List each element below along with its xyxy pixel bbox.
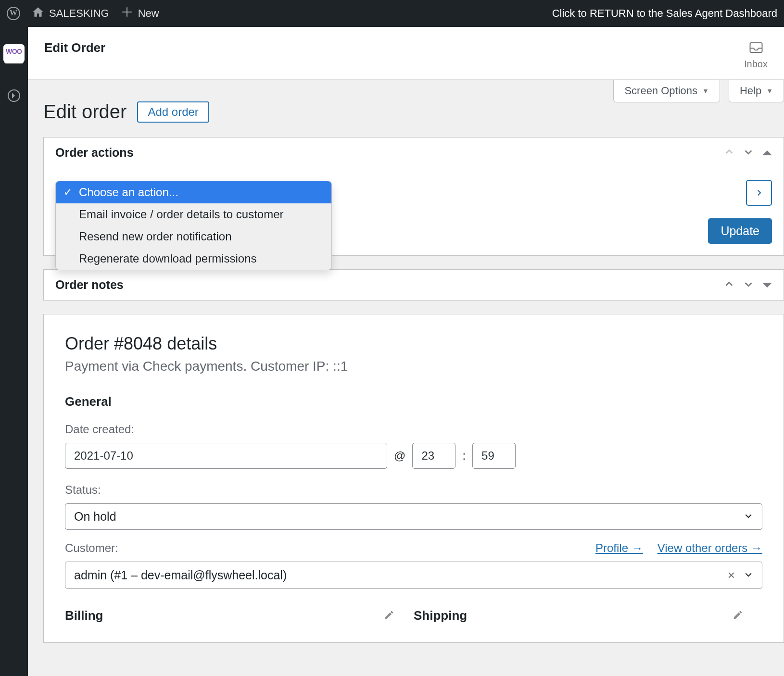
- new-label: New: [138, 7, 159, 20]
- clear-customer-icon[interactable]: ×: [728, 568, 735, 583]
- colon-separator: :: [462, 449, 466, 463]
- admin-sidebar: WOO: [0, 27, 28, 676]
- woo-label: WOO: [6, 48, 22, 55]
- minute-input[interactable]: [472, 443, 516, 469]
- inbox-button[interactable]: Inbox: [744, 40, 768, 70]
- help-label: Help: [740, 85, 761, 97]
- hour-input[interactable]: [412, 443, 455, 469]
- move-down-icon[interactable]: [743, 147, 754, 159]
- screen-options-tab[interactable]: Screen Options ▼: [613, 80, 720, 102]
- collapse-menu-icon[interactable]: [8, 89, 20, 102]
- status-label: Status:: [65, 483, 762, 497]
- update-button[interactable]: Update: [708, 218, 772, 244]
- date-created-label: Date created:: [65, 423, 762, 436]
- action-option-email-invoice[interactable]: Email invoice / order details to custome…: [56, 203, 331, 225]
- customer-label: Customer:: [65, 541, 118, 555]
- general-heading: General: [65, 394, 762, 409]
- date-created-input[interactable]: [65, 443, 387, 469]
- action-option-resend-notification[interactable]: Resend new order notification: [56, 225, 331, 248]
- toggle-panel-icon[interactable]: [762, 150, 772, 155]
- caret-down-icon: ▼: [766, 87, 773, 95]
- order-notes-title: Order notes: [55, 278, 124, 292]
- customer-select[interactable]: admin (#1 – dev-email@flyswheel.local) ×: [65, 562, 762, 589]
- chevron-down-icon: [744, 568, 753, 582]
- toggle-panel-icon[interactable]: [762, 283, 772, 288]
- apply-action-button[interactable]: [746, 180, 772, 206]
- edit-billing-icon[interactable]: [384, 610, 394, 622]
- order-payment-line: Payment via Check payments. Customer IP:…: [65, 359, 762, 374]
- order-actions-title: Order actions: [55, 146, 134, 160]
- chevron-right-icon: [755, 188, 763, 197]
- at-separator: @: [394, 449, 405, 463]
- site-name-menu[interactable]: SALESKING: [32, 6, 109, 21]
- order-action-dropdown[interactable]: Choose an action... Email invoice / orde…: [55, 181, 332, 270]
- woo-top-bar: Edit Order Inbox: [28, 27, 784, 80]
- inbox-label: Inbox: [744, 59, 768, 70]
- admin-bar: SALESKING New Click to RETURN to the Sal…: [0, 0, 784, 27]
- move-up-icon[interactable]: [724, 279, 734, 291]
- billing-heading: Billing: [65, 608, 103, 623]
- plus-icon: [121, 6, 133, 21]
- move-up-icon[interactable]: [724, 147, 734, 159]
- status-select[interactable]: On hold: [65, 503, 762, 530]
- edit-shipping-icon[interactable]: [733, 610, 743, 622]
- new-content-menu[interactable]: New: [121, 6, 159, 21]
- help-tab[interactable]: Help ▼: [729, 80, 784, 102]
- inbox-icon: [748, 40, 764, 55]
- page-title: Edit order: [43, 101, 126, 123]
- order-details-title: Order #8048 details: [65, 334, 762, 354]
- customer-value: admin (#1 – dev-email@flyswheel.local): [74, 568, 287, 582]
- return-dashboard-link[interactable]: Click to RETURN to the Sales Agent Dashb…: [552, 7, 777, 20]
- action-option-choose[interactable]: Choose an action...: [56, 181, 331, 203]
- view-other-orders-link[interactable]: View other orders →: [658, 541, 762, 555]
- page-context-title: Edit Order: [44, 40, 105, 55]
- status-value: On hold: [74, 510, 116, 524]
- order-notes-metabox: Order notes: [43, 269, 784, 300]
- home-icon: [32, 6, 44, 21]
- site-name: SALESKING: [49, 7, 109, 20]
- wordpress-logo-icon: [7, 7, 20, 20]
- order-details-metabox: Order #8048 details Payment via Check pa…: [43, 314, 784, 643]
- woocommerce-menu-icon[interactable]: WOO: [3, 44, 25, 63]
- profile-link[interactable]: Profile →: [595, 541, 643, 555]
- chevron-down-icon: [744, 510, 753, 524]
- svg-rect-0: [750, 43, 762, 52]
- screen-options-label: Screen Options: [624, 85, 697, 97]
- move-down-icon[interactable]: [743, 279, 754, 291]
- action-option-regenerate-permissions[interactable]: Regenerate download permissions: [56, 248, 331, 270]
- add-order-button[interactable]: Add order: [137, 101, 209, 123]
- order-actions-metabox: Order actions Choose an action... Email …: [43, 137, 784, 256]
- caret-down-icon: ▼: [702, 87, 709, 95]
- wp-logo-menu[interactable]: [7, 7, 20, 20]
- shipping-heading: Shipping: [414, 608, 467, 623]
